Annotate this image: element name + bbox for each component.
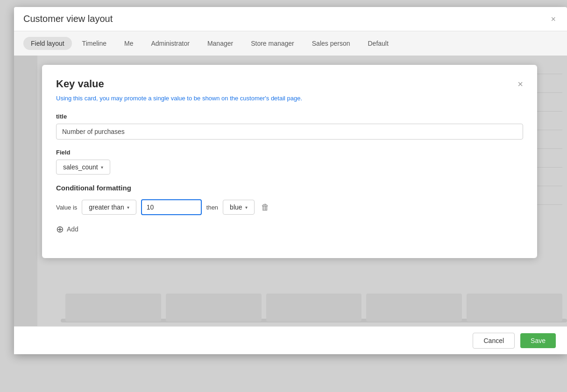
inner-modal-close-button[interactable]: × — [517, 79, 523, 89]
field-select-label: Field — [56, 149, 523, 156]
inner-modal: Key value × Using this card, you may pro… — [42, 65, 537, 258]
faux-card-3 — [266, 294, 362, 322]
trash-icon: 🗑 — [261, 203, 269, 212]
save-button[interactable]: Save — [520, 333, 556, 348]
field-select-value: sales_count — [63, 163, 98, 171]
operator-chevron-icon: ▾ — [127, 205, 129, 210]
value-is-label: Value is — [56, 204, 77, 211]
add-condition-button[interactable]: ⊕ Add — [56, 224, 78, 235]
add-label: Add — [67, 225, 78, 233]
tab-manager[interactable]: Manager — [200, 37, 241, 50]
tab-administrator[interactable]: Administrator — [143, 37, 197, 50]
color-value: blue — [230, 203, 242, 211]
tab-default[interactable]: Default — [361, 37, 396, 50]
outer-modal-title: Customer view layout — [23, 14, 113, 24]
outer-modal-header: Customer view layout × — [14, 7, 567, 31]
inner-modal-title: Key value — [56, 78, 104, 90]
then-label: then — [206, 204, 218, 211]
title-field-group: title — [56, 113, 523, 140]
condition-row: Value is greater than ▾ then blue ▾ 🗑 — [56, 199, 523, 215]
add-circle-icon: ⊕ — [56, 224, 64, 235]
field-select-button[interactable]: sales_count ▾ — [56, 160, 110, 175]
faux-card-2 — [166, 294, 262, 322]
field-select-chevron-icon: ▾ — [101, 165, 103, 170]
conditional-formatting-group: Conditional formatting Value is greater … — [56, 184, 523, 235]
title-input[interactable] — [56, 124, 523, 140]
outer-modal-close-button[interactable]: × — [549, 15, 558, 23]
tab-field-layout[interactable]: Field layout — [23, 37, 72, 50]
tab-timeline[interactable]: Timeline — [75, 37, 114, 50]
color-chevron-icon: ▾ — [245, 205, 248, 210]
inner-modal-header: Key value × — [56, 78, 523, 90]
operator-value: greater than — [89, 203, 124, 211]
faux-card-5 — [467, 294, 562, 322]
faux-card-1 — [65, 294, 161, 322]
conditional-formatting-label: Conditional formatting — [56, 184, 523, 192]
footer-bar: Cancel Save — [14, 326, 567, 354]
background-content: Key value × Using this card, you may pro… — [14, 56, 567, 354]
title-field-label: title — [56, 113, 523, 120]
info-text: Using this card, you may promote a singl… — [56, 95, 523, 102]
operator-select-button[interactable]: greater than ▾ — [82, 200, 136, 215]
faux-card-4 — [366, 294, 462, 322]
faux-sidebar — [14, 56, 37, 354]
tab-me[interactable]: Me — [117, 37, 141, 50]
outer-modal: Customer view layout × Field layout Time… — [14, 7, 567, 354]
tab-sales-person[interactable]: Sales person — [305, 37, 358, 50]
field-select-group: Field sales_count ▾ — [56, 149, 523, 175]
condition-value-input[interactable] — [141, 199, 202, 215]
color-select-button[interactable]: blue ▾ — [223, 200, 254, 215]
tab-bar: Field layout Timeline Me Administrator M… — [14, 31, 567, 56]
tab-store-manager[interactable]: Store manager — [243, 37, 302, 50]
faux-bottom-cards — [61, 289, 567, 326]
cancel-button[interactable]: Cancel — [473, 333, 515, 349]
delete-condition-button[interactable]: 🗑 — [259, 203, 271, 212]
